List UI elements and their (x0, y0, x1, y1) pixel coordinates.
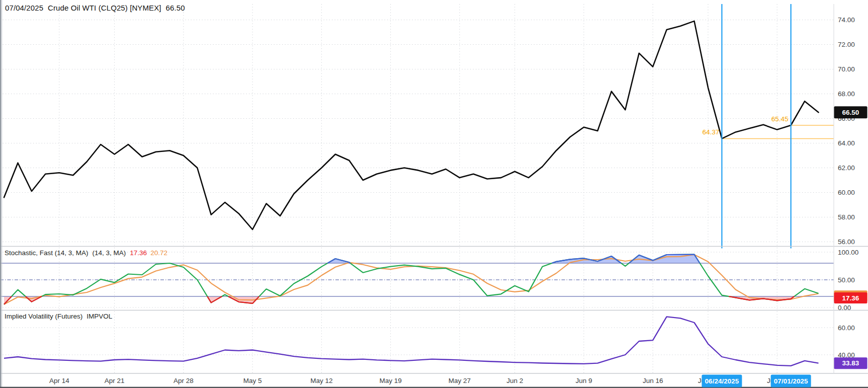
svg-text:70.00: 70.00 (838, 65, 855, 73)
svg-text:66.50: 66.50 (842, 109, 859, 116)
impvol-line (4, 317, 819, 366)
svg-text:0.00: 0.00 (838, 304, 851, 312)
svg-text:68.00: 68.00 (838, 90, 855, 98)
time-axis-label: May 12 (310, 377, 332, 384)
time-axis-label: Jun 16 (643, 377, 663, 384)
svg-text:60.00: 60.00 (838, 324, 855, 332)
svg-text:60.00: 60.00 (838, 189, 855, 196)
svg-text:17.36: 17.36 (842, 294, 859, 302)
time-axis-label: Jun 9 (575, 377, 592, 384)
price-level-label: 64.37 (703, 128, 720, 136)
price-level-label: 65.45 (771, 115, 789, 123)
time-axis-label: May 27 (449, 377, 471, 384)
svg-text:50.00: 50.00 (838, 276, 855, 284)
time-axis-label: Apr 28 (173, 377, 194, 384)
svg-text:74.00: 74.00 (838, 16, 855, 24)
time-axis-label: Apr 21 (105, 377, 125, 384)
price-line (4, 21, 819, 229)
svg-text:58.00: 58.00 (838, 213, 855, 221)
svg-text:56.00: 56.00 (838, 238, 855, 246)
price-axis: 74.0072.0070.0068.0066.0064.0062.0060.00… (838, 16, 858, 359)
stochastic-d-value: 20.72 (150, 249, 167, 257)
svg-text:06/24/2025: 06/24/2025 (705, 377, 739, 385)
stochastic-indicator-header[interactable]: Stochastic, Fast (14, 3, MA)(14, 3, MA)1… (5, 249, 167, 257)
svg-text:07/01/2025: 07/01/2025 (774, 377, 808, 385)
stochastic-plot (0, 255, 834, 304)
last-price: 66.50 (166, 4, 185, 12)
svg-text:72.00: 72.00 (838, 41, 855, 48)
instrument-name: Crude Oil WTI (CLQ25) [NYMEX] (48, 4, 161, 12)
time-axis-label: May 5 (243, 377, 262, 384)
impvol-indicator-header[interactable]: Implied Volatility (Futures)IMPVOL (5, 313, 112, 320)
stochastic-k-value: 17.36 (130, 249, 147, 257)
svg-text:64.00: 64.00 (838, 139, 855, 147)
time-axis: Apr 14Apr 21Apr 28May 5May 12May 19May 2… (49, 375, 811, 387)
svg-text:62.00: 62.00 (838, 164, 855, 172)
panel-frame (0, 0, 868, 387)
svg-text:100.00: 100.00 (838, 249, 858, 256)
stochastic-params: (14, 3, MA) (93, 249, 126, 257)
chart-canvas[interactable]: 64.3765.4574.0072.0070.0068.0066.0064.00… (0, 0, 868, 388)
chart-title: 07/04/2025Crude Oil WTI (CLQ25) [NYMEX]6… (5, 4, 190, 12)
svg-text:33.83: 33.83 (842, 359, 859, 367)
quote-date: 07/04/2025 (5, 4, 43, 12)
impvol-name: Implied Volatility (Futures) (5, 313, 82, 320)
time-axis-label: May 19 (379, 377, 401, 384)
time-axis-label: Apr 14 (49, 377, 69, 384)
stochastic-name: Stochastic, Fast (14, 3, MA) (5, 249, 89, 257)
charting-app: 64.3765.4574.0072.0070.0068.0066.0064.00… (0, 0, 868, 388)
time-axis-label: Jun 2 (506, 377, 523, 384)
gridlines (0, 4, 834, 373)
impvol-code: IMPVOL (86, 313, 112, 320)
